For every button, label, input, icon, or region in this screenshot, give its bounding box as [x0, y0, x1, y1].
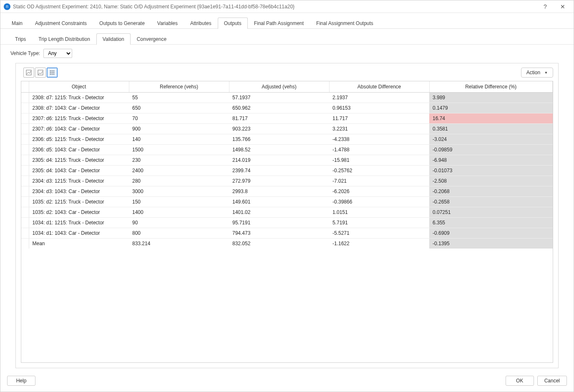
- filter-row: Vehicle Type: Any: [0, 45, 574, 60]
- cell-reference: 90: [129, 218, 229, 228]
- cell-reference: 833.214: [129, 239, 229, 249]
- cell-adjusted: 832.052: [229, 239, 329, 249]
- svg-point-2: [50, 70, 51, 71]
- vehicle-type-label: Vehicle Type:: [10, 50, 40, 56]
- tab-outputs[interactable]: Outputs: [218, 18, 248, 29]
- window-controls: ? ✕: [540, 3, 570, 10]
- table-row[interactable]: 1035: d2: 1215: Truck - Detector150149.6…: [21, 197, 553, 207]
- view-mode-buttons: [23, 68, 58, 78]
- cell-reldiff: 0.1479: [429, 103, 553, 113]
- help-icon[interactable]: ?: [540, 3, 550, 10]
- svg-point-6: [52, 72, 53, 73]
- cell-absdiff: -1.1622: [329, 239, 429, 249]
- svg-point-9: [52, 74, 53, 75]
- cell-reference: 2400: [129, 166, 229, 176]
- cell-reference: 280: [129, 176, 229, 186]
- row-gutter: [21, 93, 29, 103]
- cell-adjusted: 2993.8: [229, 186, 329, 197]
- tab-attributes[interactable]: Attributes: [184, 18, 218, 29]
- help-button[interactable]: Help: [7, 376, 35, 386]
- cell-reldiff: -6.948: [429, 155, 553, 166]
- cell-object: 1035: d2: 1043: Car - Detector: [29, 207, 129, 218]
- table-row[interactable]: 2307: d6: 1043: Car - Detector900903.223…: [21, 124, 553, 134]
- cell-reldiff: 3.989: [429, 93, 553, 103]
- app-icon: n: [4, 3, 10, 10]
- cell-absdiff: -4.2338: [329, 134, 429, 145]
- row-gutter: [21, 218, 29, 228]
- tab-variables[interactable]: Variables: [151, 18, 184, 29]
- header-reldiff[interactable]: Relative Difference (%): [429, 81, 553, 93]
- cell-object: Mean: [29, 239, 129, 249]
- window-title: Static OD Adjustment Experiment: 2410, N…: [13, 4, 540, 10]
- cell-adjusted: 794.473: [229, 228, 329, 239]
- cell-absdiff: 2.1937: [329, 93, 429, 103]
- cell-adjusted: 135.766: [229, 134, 329, 145]
- close-icon[interactable]: ✕: [558, 3, 568, 10]
- tab-final-assignment-outputs[interactable]: Final Assignment Outputs: [310, 18, 380, 29]
- tab-main[interactable]: Main: [5, 18, 29, 29]
- svg-point-7: [53, 72, 54, 73]
- row-gutter: [21, 113, 29, 124]
- row-gutter: [21, 155, 29, 166]
- header-gutter: [21, 81, 29, 93]
- action-button-label: Action: [526, 70, 540, 75]
- table-row[interactable]: 2306: d5: 1215: Truck - Detector140135.7…: [21, 134, 553, 145]
- title-bar: n Static OD Adjustment Experiment: 2410,…: [0, 0, 574, 13]
- header-object[interactable]: Object: [29, 81, 129, 93]
- cell-absdiff: -5.5271: [329, 228, 429, 239]
- cell-adjusted: 214.019: [229, 155, 329, 166]
- row-gutter: [21, 124, 29, 134]
- header-adjusted[interactable]: Adjusted (vehs): [229, 81, 329, 93]
- table-row[interactable]: 2305: d4: 1043: Car - Detector24002399.7…: [21, 166, 553, 176]
- header-absdiff[interactable]: Absolute Difference: [329, 81, 429, 93]
- row-gutter: [21, 197, 29, 207]
- validation-table-wrapper[interactable]: Object Reference (vehs) Adjusted (vehs) …: [21, 81, 553, 363]
- cell-absdiff: -0.39866: [329, 197, 429, 207]
- cell-reference: 900: [129, 124, 229, 134]
- cell-reldiff: -0.01073: [429, 166, 553, 176]
- table-row[interactable]: 1034: d1: 1215: Truck - Detector9095.719…: [21, 218, 553, 228]
- subtab-convergence[interactable]: Convergence: [131, 33, 173, 45]
- chevron-down-icon: ▼: [544, 71, 548, 75]
- cell-object: 2304: d3: 1215: Truck - Detector: [29, 176, 129, 186]
- table-row[interactable]: 2304: d3: 1215: Truck - Detector280272.9…: [21, 176, 553, 186]
- subtab-validation[interactable]: Validation: [96, 33, 131, 45]
- cell-adjusted: 81.717: [229, 113, 329, 124]
- tab-adjustment-constraints[interactable]: Adjustment Constraints: [29, 18, 93, 29]
- cell-adjusted: 95.7191: [229, 218, 329, 228]
- cell-reldiff: 6.355: [429, 218, 553, 228]
- cell-object: 2307: d6: 1043: Car - Detector: [29, 124, 129, 134]
- chart-view-1-button[interactable]: [23, 68, 34, 78]
- row-gutter: [21, 103, 29, 113]
- cancel-button[interactable]: Cancel: [537, 376, 567, 386]
- cell-reference: 3000: [129, 186, 229, 197]
- table-header-row: Object Reference (vehs) Adjusted (vehs) …: [21, 81, 553, 93]
- cell-absdiff: 5.7191: [329, 218, 429, 228]
- cell-object: 1034: d1: 1043: Car - Detector: [29, 228, 129, 239]
- subtab-trip-length-distribution[interactable]: Trip Length Distribution: [32, 33, 96, 45]
- table-row[interactable]: 2308: d7: 1215: Truck - Detector5557.193…: [21, 93, 553, 103]
- cell-reference: 55: [129, 93, 229, 103]
- chart-view-2-button[interactable]: [35, 68, 46, 78]
- header-reference[interactable]: Reference (vehs): [129, 81, 229, 93]
- row-gutter: [21, 134, 29, 145]
- table-row[interactable]: 1034: d1: 1043: Car - Detector800794.473…: [21, 228, 553, 239]
- table-row[interactable]: 2306: d5: 1043: Car - Detector15001498.5…: [21, 145, 553, 155]
- table-row[interactable]: 2307: d6: 1215: Truck - Detector7081.717…: [21, 113, 553, 124]
- table-row[interactable]: 1035: d2: 1043: Car - Detector14001401.0…: [21, 207, 553, 218]
- sub-tabs: TripsTrip Length DistributionValidationC…: [0, 29, 574, 45]
- cell-reldiff: -0.6909: [429, 228, 553, 239]
- action-menu-button[interactable]: Action ▼: [521, 68, 553, 78]
- table-row[interactable]: 2305: d4: 1215: Truck - Detector230214.0…: [21, 155, 553, 166]
- tab-final-path-assignment[interactable]: Final Path Assignment: [248, 18, 310, 29]
- cell-absdiff: -6.2026: [329, 186, 429, 197]
- subtab-trips[interactable]: Trips: [9, 33, 32, 45]
- table-row[interactable]: 2308: d7: 1043: Car - Detector650650.962…: [21, 103, 553, 113]
- ok-button[interactable]: OK: [506, 376, 534, 386]
- table-view-button[interactable]: [47, 68, 58, 78]
- vehicle-type-select[interactable]: Any: [43, 49, 72, 58]
- table-row[interactable]: 2304: d3: 1043: Car - Detector30002993.8…: [21, 186, 553, 197]
- tab-outputs-to-generate[interactable]: Outputs to Generate: [93, 18, 151, 29]
- cell-adjusted: 1401.02: [229, 207, 329, 218]
- row-gutter: [21, 239, 29, 249]
